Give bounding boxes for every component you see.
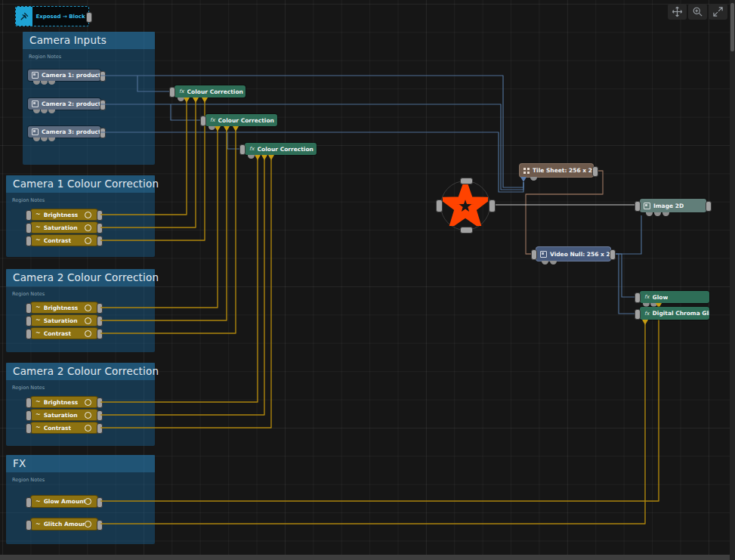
- region-header[interactable]: FX: [6, 455, 155, 472]
- output-port[interactable]: [592, 166, 598, 177]
- bottom-port[interactable]: [33, 138, 40, 141]
- region-header[interactable]: Camera 1 Colour Correction: [6, 175, 155, 193]
- output-port[interactable]: [97, 210, 103, 221]
- notch-logo-node[interactable]: [443, 184, 488, 226]
- output-port[interactable]: [97, 497, 103, 508]
- node-colour-correction-3[interactable]: fxColour Correction: [245, 143, 317, 155]
- node-graph-canvas[interactable]: Camera InputsRegion NotesCamera 1: produ…: [0, 0, 735, 560]
- bottom-port[interactable]: [41, 110, 48, 113]
- bottom-port[interactable]: [41, 138, 48, 141]
- bottom-port[interactable]: [646, 212, 653, 216]
- node-camera-1-production[interactable]: Camera 1: production...: [28, 70, 100, 81]
- input-port[interactable]: [200, 116, 206, 126]
- input-port[interactable]: [26, 303, 32, 314]
- node-camera-3-production[interactable]: Camera 3: production...: [28, 126, 100, 138]
- input-port[interactable]: [26, 398, 32, 408]
- scrollbar-horizontal[interactable]: [0, 555, 735, 560]
- node-contrast[interactable]: ~Contrast: [31, 422, 97, 433]
- input-port[interactable]: [436, 200, 443, 212]
- region-header[interactable]: Camera Inputs: [23, 32, 155, 49]
- node-brightness[interactable]: ~Brightness: [31, 209, 97, 220]
- output-port[interactable]: [97, 410, 103, 421]
- output-port[interactable]: [97, 398, 103, 408]
- scrollbar-vertical[interactable]: [730, 0, 735, 560]
- input-port[interactable]: [635, 201, 641, 212]
- region-fx-5[interactable]: FXRegion Notes~Glow Amount~Glitch Amount: [6, 455, 155, 544]
- output-port[interactable]: [97, 236, 103, 246]
- top-port[interactable]: [460, 178, 473, 184]
- input-port[interactable]: [169, 87, 175, 97]
- bottom-port[interactable]: [460, 227, 473, 234]
- output-port[interactable]: [97, 520, 103, 531]
- node-colour-correction-1[interactable]: fxColour Correction: [174, 85, 246, 97]
- input-port[interactable]: [26, 236, 32, 246]
- node-contrast[interactable]: ~Contrast: [31, 235, 97, 246]
- pan-button[interactable]: [668, 4, 687, 20]
- input-port[interactable]: [635, 292, 641, 303]
- bottom-port[interactable]: [202, 97, 208, 103]
- input-port[interactable]: [26, 316, 32, 326]
- input-port[interactable]: [26, 223, 32, 234]
- input-port[interactable]: [26, 423, 32, 434]
- bottom-port[interactable]: [255, 155, 261, 160]
- output-port[interactable]: [100, 71, 106, 82]
- bottom-port[interactable]: [248, 155, 255, 159]
- node-camera-2-production[interactable]: Camera 2: production...: [28, 98, 100, 110]
- bottom-port[interactable]: [268, 155, 274, 160]
- node-saturation[interactable]: ~Saturation: [31, 222, 97, 233]
- bottom-port[interactable]: [642, 320, 648, 325]
- bottom-port[interactable]: [48, 138, 55, 141]
- output-port[interactable]: [100, 100, 106, 110]
- node-glow[interactable]: fxGlow: [640, 291, 709, 303]
- node-contrast[interactable]: ~Contrast: [31, 328, 97, 339]
- bottom-port[interactable]: [41, 81, 48, 85]
- region-camera-1-colour-correction-2[interactable]: Camera 1 Colour CorrectionRegion Notes~B…: [6, 175, 155, 257]
- bottom-port[interactable]: [662, 212, 669, 216]
- region-camera-inputs-1[interactable]: Camera InputsRegion NotesCamera 1: produ…: [23, 32, 155, 165]
- region-header[interactable]: Camera 2 Colour Correction: [6, 363, 155, 380]
- node-brightness[interactable]: ~Brightness: [31, 302, 97, 313]
- input-port[interactable]: [531, 249, 537, 260]
- bottom-port[interactable]: [520, 177, 527, 182]
- input-port[interactable]: [239, 144, 246, 155]
- output-port[interactable]: [97, 223, 103, 234]
- output-port[interactable]: [100, 128, 106, 138]
- scrollbar-thumb[interactable]: [730, 3, 734, 51]
- node-glitch-amount[interactable]: ~Glitch Amount: [31, 518, 97, 530]
- node-digital-chroma-glitch[interactable]: fxDigital Chroma Glitch: [640, 307, 709, 320]
- node-colour-correction-2[interactable]: fxColour Correction: [205, 114, 277, 126]
- bottom-port[interactable]: [261, 155, 267, 160]
- output-port[interactable]: [97, 329, 103, 339]
- bottom-port[interactable]: [550, 261, 557, 265]
- bottom-port[interactable]: [48, 110, 55, 113]
- maximize-button[interactable]: [709, 4, 727, 20]
- bottom-port[interactable]: [193, 97, 199, 103]
- output-port[interactable]: [706, 201, 712, 212]
- bottom-port[interactable]: [542, 261, 548, 265]
- node-video-null[interactable]: Video Null: 256 x 256...: [536, 247, 610, 261]
- bottom-port[interactable]: [233, 126, 239, 131]
- output-port[interactable]: [97, 423, 103, 434]
- input-port[interactable]: [26, 520, 32, 531]
- input-port[interactable]: [26, 329, 32, 339]
- input-port[interactable]: [26, 210, 32, 221]
- output-port[interactable]: [97, 303, 103, 314]
- bottom-port[interactable]: [654, 212, 661, 216]
- node-brightness[interactable]: ~Brightness: [31, 397, 97, 407]
- node-saturation[interactable]: ~Saturation: [31, 315, 97, 326]
- node-saturation[interactable]: ~Saturation: [31, 410, 97, 420]
- bottom-port[interactable]: [33, 110, 40, 113]
- node-tile-sheet[interactable]: Tile Sheet: 256 x 256: [520, 164, 593, 177]
- zoom-in-button[interactable]: [688, 4, 707, 20]
- input-port[interactable]: [635, 309, 641, 320]
- region-camera-2-colour-correction-4[interactable]: Camera 2 Colour CorrectionRegion Notes~B…: [6, 363, 155, 446]
- bottom-port[interactable]: [215, 126, 221, 131]
- output-port[interactable]: [86, 12, 92, 23]
- bottom-port[interactable]: [33, 81, 40, 85]
- bottom-port[interactable]: [530, 177, 537, 181]
- bottom-port[interactable]: [184, 97, 190, 103]
- output-port[interactable]: [489, 200, 496, 212]
- node-glow-amount[interactable]: ~Glow Amount: [31, 496, 97, 507]
- bottom-port[interactable]: [224, 126, 230, 131]
- output-port[interactable]: [97, 316, 103, 326]
